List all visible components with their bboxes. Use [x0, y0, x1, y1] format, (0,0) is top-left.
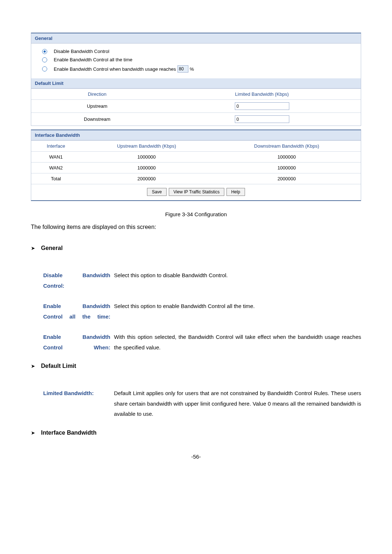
default-limit-table: Direction Limited Bandwidth (Kbps) Upstr… — [31, 89, 361, 126]
iface-name: Total — [31, 173, 81, 184]
interface-bandwidth-table: Interface Upstream Bandwidth (Kbps) Down… — [31, 140, 361, 184]
radio-enable-when-label: Enable Bandwidth Control when bandwidth … — [54, 66, 176, 72]
general-panel: General Disable Bandwidth Control Enable… — [31, 33, 361, 126]
radio-disable-bc[interactable]: Disable Bandwidth Control — [42, 47, 350, 56]
table-row: Upstream — [31, 100, 361, 113]
def-limited-bw: Limited Bandwidth: Default Limit applies… — [43, 388, 361, 419]
def-term: Disable Bandwidth Control: — [43, 270, 114, 291]
def-enable-when: Enable Bandwidth Control When: With this… — [43, 332, 361, 353]
downstream-label: Downstream — [31, 113, 163, 126]
general-header: General — [31, 33, 361, 44]
default-limit-header: Default Limit — [31, 78, 361, 89]
bullet-triangle-icon: ➤ — [31, 363, 35, 369]
downstream-input[interactable] — [235, 115, 289, 123]
def-term: Enable Bandwidth Control all the time: — [43, 301, 114, 322]
save-button[interactable]: Save — [147, 188, 166, 196]
iface-up: 1000000 — [81, 163, 212, 173]
view-stats-button[interactable]: View IP Traffic Statistics — [169, 188, 224, 196]
def-term: Limited Bandwidth: — [43, 388, 114, 419]
table-row: WAN2 1000000 1000000 — [31, 163, 361, 173]
iface-up: 2000000 — [81, 173, 212, 184]
def-desc: With this option selected, the Bandwidth… — [114, 332, 361, 353]
section-general-title: General — [41, 245, 63, 251]
iface-name: WAN2 — [31, 163, 81, 173]
radio-unselected-icon — [42, 66, 47, 71]
interface-bandwidth-header: Interface Bandwidth — [31, 130, 361, 140]
bullet-triangle-icon: ➤ — [31, 245, 35, 251]
iface-name: WAN1 — [31, 152, 81, 163]
section-general: ➤ General — [31, 245, 361, 251]
def-disable-bc: Disable Bandwidth Control: Select this o… — [43, 270, 361, 291]
default-limit-definitions: Limited Bandwidth: Default Limit applies… — [43, 388, 361, 419]
def-desc: Default Limit applies only for users tha… — [114, 388, 361, 419]
iface-down: 1000000 — [212, 163, 361, 173]
section-default-limit: ➤ Default Limit — [31, 363, 361, 369]
radio-enable-when[interactable]: Enable Bandwidth Control when bandwidth … — [42, 64, 350, 74]
col-downstream-bw: Downstream Bandwidth (Kbps) — [212, 141, 361, 152]
button-row: Save View IP Traffic Statistics Help — [31, 184, 361, 200]
col-direction: Direction — [31, 89, 163, 100]
def-enable-all: Enable Bandwidth Control all the time: S… — [43, 301, 361, 322]
section-interface-bw-title: Interface Bandwidth — [41, 430, 97, 436]
col-interface: Interface — [31, 141, 81, 152]
interface-bandwidth-panel: Interface Bandwidth Interface Upstream B… — [31, 130, 361, 201]
col-upstream-bw: Upstream Bandwidth (Kbps) — [81, 141, 212, 152]
radio-disable-label: Disable Bandwidth Control — [54, 49, 109, 54]
threshold-unit: % — [190, 66, 194, 72]
page-number: -56- — [31, 454, 361, 460]
figure-caption: Figure 3-34 Configuration — [31, 211, 361, 217]
iface-down: 2000000 — [212, 173, 361, 184]
def-term: Enable Bandwidth Control When: — [43, 332, 114, 353]
general-radio-group: Disable Bandwidth Control Enable Bandwid… — [31, 44, 361, 78]
upstream-label: Upstream — [31, 100, 163, 113]
threshold-input[interactable] — [177, 65, 188, 73]
def-desc: Select this option to disable Bandwidth … — [114, 270, 361, 291]
def-desc: Select this option to enable Bandwidth C… — [114, 301, 361, 322]
col-limited-bw: Limited Bandwidth (Kbps) — [163, 89, 361, 100]
upstream-input[interactable] — [235, 102, 289, 110]
general-definitions: Disable Bandwidth Control: Select this o… — [43, 270, 361, 353]
radio-selected-icon — [42, 49, 47, 54]
bullet-triangle-icon: ➤ — [31, 430, 35, 436]
table-row: Downstream — [31, 113, 361, 126]
section-default-limit-title: Default Limit — [41, 363, 76, 369]
section-interface-bw: ➤ Interface Bandwidth — [31, 430, 361, 436]
table-row: WAN1 1000000 1000000 — [31, 152, 361, 163]
radio-enable-all-label: Enable Bandwidth Control all the time — [54, 57, 132, 62]
radio-enable-all[interactable]: Enable Bandwidth Control all the time — [42, 56, 350, 64]
iface-down: 1000000 — [212, 152, 361, 163]
radio-unselected-icon — [42, 57, 47, 62]
iface-up: 1000000 — [81, 152, 212, 163]
intro-text: The following items are displayed on thi… — [31, 224, 361, 230]
help-button[interactable]: Help — [226, 188, 245, 196]
table-row: Total 2000000 2000000 — [31, 173, 361, 184]
